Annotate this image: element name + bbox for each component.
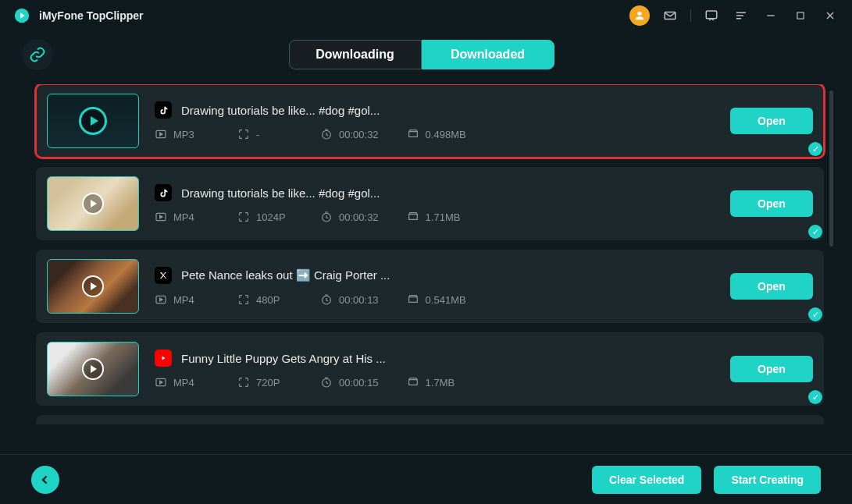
scrollbar[interactable] [829, 91, 833, 247]
res-icon [237, 211, 250, 223]
download-item[interactable]: Funny Little Puppy Gets Angry at His ...… [36, 332, 824, 406]
item-format: MP4 [173, 377, 194, 389]
app-logo [12, 6, 31, 25]
play-icon [82, 358, 104, 380]
open-button[interactable]: Open [730, 356, 813, 382]
thumbnail[interactable] [47, 94, 139, 148]
selected-check-icon[interactable]: ✓ [808, 307, 822, 321]
item-resolution: 720P [256, 377, 280, 389]
download-list: Drawing tutorials be like... #dog #gol..… [0, 84, 852, 424]
svg-rect-3 [706, 11, 717, 19]
size-icon [407, 128, 419, 140]
item-size: 0.541MB [426, 294, 466, 306]
item-size: 1.71MB [426, 211, 461, 223]
download-item[interactable]: Pete Nance leaks out ➡️ Craig Porter ...… [36, 250, 824, 323]
fmt-icon [155, 376, 167, 389]
thumbnail[interactable] [47, 259, 139, 314]
item-title: Funny Little Puppy Gets Angry at His ... [181, 352, 386, 365]
download-item[interactable]: Open✓ [36, 415, 824, 424]
item-resolution: 1024P [256, 211, 286, 223]
item-title: Drawing tutorials be like... #dog #gol..… [181, 186, 380, 200]
thumbnail[interactable] [47, 342, 139, 396]
item-duration: 00:00:15 [339, 377, 379, 389]
selected-check-icon[interactable]: ✓ [808, 142, 822, 156]
maximize-button[interactable] [791, 6, 810, 25]
app-title: iMyFone TopClipper [39, 9, 144, 22]
item-body: Drawing tutorials be like... #dog #gol..… [155, 184, 730, 223]
item-body: Pete Nance leaks out ➡️ Craig Porter ...… [155, 267, 730, 306]
res-icon [237, 293, 250, 306]
res-icon [237, 128, 250, 140]
item-size: 1.7MB [426, 377, 455, 389]
link-icon[interactable] [22, 39, 53, 70]
back-button[interactable] [31, 466, 59, 494]
clear-selected-button[interactable]: Clear Selected [592, 466, 702, 494]
item-duration: 00:00:32 [339, 211, 379, 223]
download-item[interactable]: Drawing tutorials be like... #dog #gol..… [36, 84, 824, 158]
open-button[interactable]: Open [730, 190, 813, 217]
item-resolution: - [256, 129, 259, 140]
res-icon [237, 376, 250, 389]
feedback-icon[interactable] [702, 6, 721, 25]
minimize-button[interactable] [761, 6, 780, 25]
divider [690, 9, 691, 22]
tab-downloading[interactable]: Downloading [289, 40, 422, 69]
item-size: 0.498MB [426, 129, 466, 140]
start-creating-button[interactable]: Start Creating [714, 466, 821, 494]
dur-icon [320, 293, 333, 306]
fmt-icon [155, 128, 167, 140]
play-icon [82, 275, 104, 297]
item-title: Pete Nance leaks out ➡️ Craig Porter ... [181, 268, 390, 282]
item-format: MP3 [173, 129, 194, 140]
thumbnail[interactable] [47, 176, 139, 231]
item-duration: 00:00:13 [339, 294, 379, 306]
item-resolution: 480P [256, 294, 280, 306]
size-icon [407, 211, 419, 223]
dur-icon [320, 376, 333, 389]
tabs: Downloading Downloaded [289, 40, 554, 69]
play-icon [79, 107, 107, 135]
selected-check-icon[interactable]: ✓ [808, 225, 822, 239]
size-icon [407, 293, 419, 306]
tab-downloaded[interactable]: Downloaded [422, 40, 554, 69]
size-icon [407, 376, 419, 389]
tabs-row: Downloading Downloaded [0, 31, 852, 84]
item-title: Drawing tutorials be like... #dog #gol..… [181, 104, 380, 117]
youtube-icon [155, 350, 172, 367]
fmt-icon [155, 211, 167, 223]
item-format: MP4 [173, 211, 194, 223]
titlebar-controls [629, 5, 840, 26]
svg-point-1 [637, 12, 641, 16]
selected-check-icon[interactable]: ✓ [808, 390, 822, 404]
item-format: MP4 [173, 294, 194, 306]
mail-icon[interactable] [661, 6, 679, 25]
dur-icon [320, 128, 333, 140]
titlebar: iMyFone TopClipper [0, 0, 852, 31]
x-icon [155, 267, 172, 284]
item-body: Drawing tutorials be like... #dog #gol..… [155, 101, 730, 140]
play-icon [82, 193, 104, 215]
tiktok-icon [155, 184, 172, 201]
open-button[interactable]: Open [730, 273, 813, 300]
menu-icon[interactable] [732, 6, 750, 25]
tiktok-icon [155, 101, 172, 119]
open-button[interactable]: Open [730, 108, 813, 134]
bottombar: Clear Selected Start Creating [0, 454, 852, 504]
item-duration: 00:00:32 [339, 129, 379, 140]
item-body: Funny Little Puppy Gets Angry at His ...… [155, 350, 730, 389]
fmt-icon [155, 293, 167, 306]
account-button[interactable] [629, 5, 650, 26]
dur-icon [320, 211, 333, 223]
svg-rect-4 [797, 12, 804, 19]
close-button[interactable] [821, 6, 840, 25]
download-item[interactable]: Drawing tutorials be like... #dog #gol..… [36, 167, 824, 240]
